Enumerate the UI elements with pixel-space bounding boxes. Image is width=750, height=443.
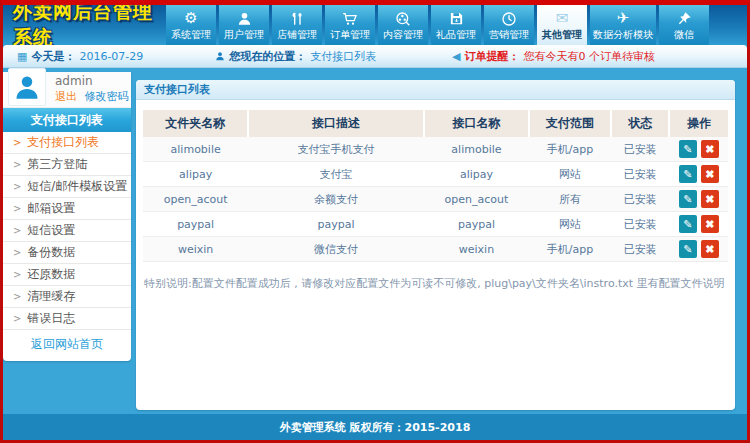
tab-label: 店铺管理 (277, 28, 317, 41)
close-icon: ✖ (705, 243, 714, 255)
edit-button[interactable]: ✎ (679, 240, 697, 258)
sidebar-item-8[interactable]: > 错误日志 (3, 308, 131, 330)
sidebar-item-label: 邮箱设置 (23, 201, 75, 215)
sidebar-item-3[interactable]: > 邮箱设置 (3, 198, 131, 220)
film-icon (395, 9, 411, 28)
date-display: ▦ 今天是： 2016-07-29 (17, 49, 143, 64)
chevron-right-icon: > (13, 225, 21, 236)
sidebar-item-label: 清理缓存 (23, 289, 75, 303)
chevron-right-icon: > (13, 313, 21, 324)
calendar-icon: ▦ (17, 50, 27, 63)
chevron-right-icon: > (13, 181, 21, 192)
user-icon (215, 51, 225, 61)
sidebar-item-5[interactable]: > 备份数据 (3, 242, 131, 264)
delete-button[interactable]: ✖ (701, 140, 719, 158)
sidebar-item-7[interactable]: > 清理缓存 (3, 286, 131, 308)
table-row: paypalpaypalpaypal网站已安装✎✖ (143, 212, 728, 237)
nav-tab-8[interactable]: ✈数据分析模块 (590, 5, 656, 45)
close-icon: ✖ (705, 218, 714, 230)
pencil-icon: ✎ (683, 168, 692, 180)
order-notice: ◀ 订单提醒： 您有今天有0 个订单待审核 (452, 49, 655, 64)
edit-button[interactable]: ✎ (679, 140, 697, 158)
breadcrumb: 您现在的位置： 支付接口列表 (215, 49, 376, 64)
content-area: admin 退出 修改密码 支付接口列表 > 支付接口列表> 第三方登陆> 短信… (3, 68, 747, 414)
user-icon (237, 9, 252, 28)
delete-button[interactable]: ✖ (701, 190, 719, 208)
gear-icon: ⚙ (184, 9, 197, 28)
cell-folder: open_acout (143, 187, 248, 212)
sidebar-item-6[interactable]: > 还原数据 (3, 264, 131, 286)
delete-button[interactable]: ✖ (701, 240, 719, 258)
cell-status: 已安装 (611, 162, 670, 187)
cell-scope: 手机/app (529, 137, 611, 162)
delete-button[interactable]: ✖ (701, 215, 719, 233)
tab-label: 数据分析模块 (593, 28, 653, 41)
cell-status: 已安装 (611, 137, 670, 162)
cell-status: 已安装 (611, 212, 670, 237)
sidebar-item-1[interactable]: > 第三方登陆 (3, 154, 131, 176)
sidebar-item-4[interactable]: > 短信设置 (3, 220, 131, 242)
speaker-icon: ◀ (452, 50, 460, 63)
cell-name: alimobile (424, 137, 529, 162)
column-header: 文件夹名称 (143, 110, 248, 137)
nav-tab-7[interactable]: ✉其他管理 (537, 5, 587, 45)
logout-link[interactable]: 退出 (55, 90, 77, 103)
cell-scope: 网站 (529, 162, 611, 187)
cell-folder: paypal (143, 212, 248, 237)
pencil-icon: ✎ (683, 243, 692, 255)
cell-name: alipay (424, 162, 529, 187)
chevron-right-icon: > (13, 269, 21, 280)
edit-button[interactable]: ✎ (679, 165, 697, 183)
cell-scope: 网站 (529, 212, 611, 237)
cell-desc: 支付宝手机支付 (248, 137, 424, 162)
sidebar-menu: > 支付接口列表> 第三方登陆> 短信/邮件模板设置> 邮箱设置> 短信设置> … (3, 132, 131, 330)
nav-tab-5[interactable]: 礼品管理 (431, 5, 481, 45)
edit-button[interactable]: ✎ (679, 190, 697, 208)
sidebar-item-2[interactable]: > 短信/邮件模板设置 (3, 176, 131, 198)
column-header: 接口名称 (424, 110, 529, 137)
delete-button[interactable]: ✖ (701, 165, 719, 183)
nav-tab-2[interactable]: 店铺管理 (272, 5, 322, 45)
mail-icon: ✉ (556, 9, 569, 28)
avatar (8, 68, 46, 106)
tab-label: 礼品管理 (436, 28, 476, 41)
sidebar-section-title: 支付接口列表 (3, 108, 131, 132)
column-header: 接口描述 (248, 110, 424, 137)
cell-actions: ✎✖ (669, 137, 728, 162)
clock-icon (501, 9, 517, 28)
payment-interface-table: 文件夹名称接口描述接口名称支付范围状态操作 alimobile支付宝手机支付al… (143, 110, 728, 262)
nav-tab-6[interactable]: 营销管理 (484, 5, 534, 45)
nav-tab-4[interactable]: 内容管理 (378, 5, 428, 45)
cell-actions: ✎✖ (669, 162, 728, 187)
nav-tab-3[interactable]: 订单管理 (325, 5, 375, 45)
sidebar-item-label: 还原数据 (23, 267, 75, 281)
sidebar-item-0[interactable]: > 支付接口列表 (3, 132, 131, 154)
cell-desc: 支付宝 (248, 162, 424, 187)
footer: 外卖管理系统 版权所有：2015-2018 (3, 414, 747, 440)
home-link[interactable]: 返回网站首页 (3, 330, 131, 361)
location-label: 您现在的位置： (229, 49, 306, 64)
table-row: open_acout余额支付open_acout所有已安装✎✖ (143, 187, 728, 212)
tools-icon (290, 9, 305, 28)
nav-tab-0[interactable]: ⚙系统管理 (166, 5, 216, 45)
app-window: 外卖网后台管理系统 ⚙系统管理用户管理店铺管理订单管理内容管理礼品管理营销管理✉… (0, 0, 750, 443)
app-logo: 外卖网后台管理系统 (3, 5, 166, 45)
tab-label: 内容管理 (383, 28, 423, 41)
username: admin (55, 74, 131, 89)
pin-icon (677, 9, 692, 28)
nav-tab-9[interactable]: 微信 (659, 5, 709, 45)
cell-name: open_acout (424, 187, 529, 212)
cell-folder: alipay (143, 162, 248, 187)
column-header: 状态 (611, 110, 670, 137)
nav-tab-1[interactable]: 用户管理 (219, 5, 269, 45)
table-row: alipay支付宝alipay网站已安装✎✖ (143, 162, 728, 187)
sidebar-item-label: 短信设置 (23, 223, 75, 237)
chevron-right-icon: > (13, 137, 21, 148)
chevron-right-icon: > (13, 159, 21, 170)
edit-button[interactable]: ✎ (679, 215, 697, 233)
change-password-link[interactable]: 修改密码 (85, 90, 129, 103)
close-icon: ✖ (705, 168, 714, 180)
cell-desc: 微信支付 (248, 237, 424, 262)
pencil-icon: ✎ (683, 143, 692, 155)
cell-scope: 所有 (529, 187, 611, 212)
